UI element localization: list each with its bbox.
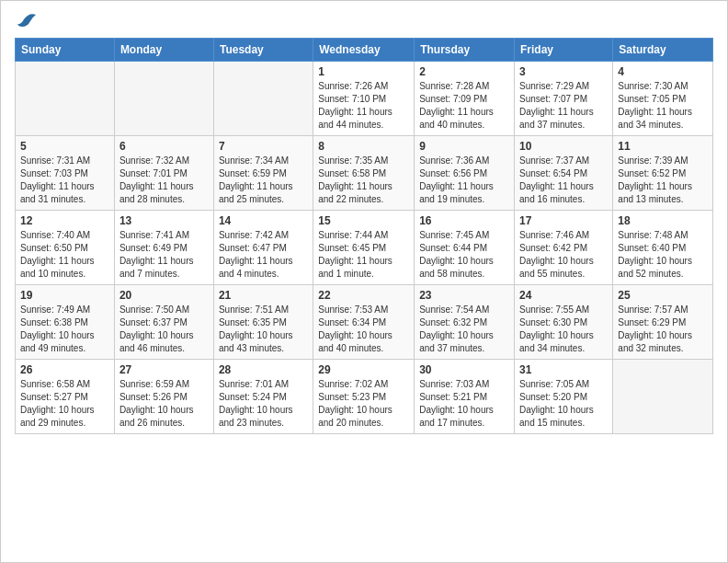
calendar-cell: 22Sunrise: 7:53 AM Sunset: 6:34 PM Dayli… [313,285,415,360]
logo-bird-icon [17,10,37,30]
day-number: 16 [419,214,509,227]
calendar-cell: 10Sunrise: 7:37 AM Sunset: 6:54 PM Dayli… [515,136,613,211]
day-info: Sunrise: 7:36 AM Sunset: 6:56 PM Dayligh… [419,155,509,206]
day-number: 29 [318,363,409,376]
day-number: 3 [519,65,608,78]
calendar-cell: 25Sunrise: 7:57 AM Sunset: 6:29 PM Dayli… [613,285,713,360]
day-number: 27 [119,363,209,376]
calendar-cell: 13Sunrise: 7:41 AM Sunset: 6:49 PM Dayli… [114,211,213,285]
calendar-cell: 27Sunrise: 6:59 AM Sunset: 5:26 PM Dayli… [114,360,213,434]
day-info: Sunrise: 7:46 AM Sunset: 6:42 PM Dayligh… [519,229,608,281]
day-info: Sunrise: 7:50 AM Sunset: 6:37 PM Dayligh… [119,304,209,355]
weekday-header: Friday [515,39,613,62]
calendar-week-row: 1Sunrise: 7:26 AM Sunset: 7:10 PM Daylig… [16,62,713,136]
calendar-week-row: 26Sunrise: 6:58 AM Sunset: 5:27 PM Dayli… [16,360,713,434]
calendar-cell: 18Sunrise: 7:48 AM Sunset: 6:40 PM Dayli… [613,211,713,285]
day-info: Sunrise: 7:26 AM Sunset: 7:10 PM Dayligh… [318,80,409,132]
day-info: Sunrise: 7:03 AM Sunset: 5:21 PM Dayligh… [419,378,509,430]
day-info: Sunrise: 7:28 AM Sunset: 7:09 PM Dayligh… [419,80,509,132]
day-info: Sunrise: 7:02 AM Sunset: 5:23 PM Dayligh… [318,378,409,430]
calendar-cell: 5Sunrise: 7:31 AM Sunset: 7:03 PM Daylig… [16,136,115,211]
day-number: 2 [419,65,509,78]
day-info: Sunrise: 7:49 AM Sunset: 6:38 PM Dayligh… [20,304,109,355]
day-info: Sunrise: 7:34 AM Sunset: 6:59 PM Dayligh… [219,155,308,206]
day-info: Sunrise: 7:30 AM Sunset: 7:05 PM Dayligh… [618,80,708,132]
weekday-header: Sunday [16,39,115,62]
calendar-cell [16,62,115,136]
day-info: Sunrise: 7:55 AM Sunset: 6:30 PM Dayligh… [519,304,608,355]
calendar-cell: 3Sunrise: 7:29 AM Sunset: 7:07 PM Daylig… [515,62,613,136]
day-info: Sunrise: 7:54 AM Sunset: 6:32 PM Dayligh… [419,304,509,355]
day-number: 17 [519,214,608,227]
day-info: Sunrise: 7:05 AM Sunset: 5:20 PM Dayligh… [519,378,608,430]
calendar-cell [114,62,213,136]
calendar-header-row: SundayMondayTuesdayWednesdayThursdayFrid… [16,39,713,62]
day-number: 18 [618,214,708,227]
day-info: Sunrise: 7:37 AM Sunset: 6:54 PM Dayligh… [519,155,608,206]
day-info: Sunrise: 7:48 AM Sunset: 6:40 PM Dayligh… [618,229,708,281]
day-number: 11 [618,140,708,153]
page: SundayMondayTuesdayWednesdayThursdayFrid… [0,0,728,563]
weekday-header: Thursday [415,39,515,62]
day-info: Sunrise: 7:44 AM Sunset: 6:45 PM Dayligh… [318,229,409,281]
calendar-cell: 12Sunrise: 7:40 AM Sunset: 6:50 PM Dayli… [16,211,115,285]
weekday-header: Wednesday [313,39,415,62]
day-info: Sunrise: 7:42 AM Sunset: 6:47 PM Dayligh… [219,229,308,281]
calendar-cell: 15Sunrise: 7:44 AM Sunset: 6:45 PM Dayli… [313,211,415,285]
calendar-cell: 14Sunrise: 7:42 AM Sunset: 6:47 PM Dayli… [213,211,313,285]
day-number: 30 [419,363,509,376]
calendar-cell: 29Sunrise: 7:02 AM Sunset: 5:23 PM Dayli… [313,360,415,434]
day-number: 8 [318,140,409,153]
weekday-header: Monday [114,39,213,62]
day-number: 12 [20,214,109,227]
day-info: Sunrise: 7:57 AM Sunset: 6:29 PM Dayligh… [618,304,708,355]
day-number: 7 [219,140,308,153]
day-number: 23 [419,289,509,302]
day-number: 24 [519,289,608,302]
calendar-cell: 8Sunrise: 7:35 AM Sunset: 6:58 PM Daylig… [313,136,415,211]
day-number: 4 [618,65,708,78]
day-number: 19 [20,289,109,302]
calendar-cell: 19Sunrise: 7:49 AM Sunset: 6:38 PM Dayli… [16,285,115,360]
day-info: Sunrise: 7:41 AM Sunset: 6:49 PM Dayligh… [119,229,209,281]
logo [15,10,37,30]
weekday-header: Tuesday [213,39,313,62]
day-number: 10 [519,140,608,153]
day-number: 25 [618,289,708,302]
day-number: 26 [20,363,109,376]
day-info: Sunrise: 6:58 AM Sunset: 5:27 PM Dayligh… [20,378,109,430]
calendar-cell: 24Sunrise: 7:55 AM Sunset: 6:30 PM Dayli… [515,285,613,360]
day-info: Sunrise: 7:53 AM Sunset: 6:34 PM Dayligh… [318,304,409,355]
day-info: Sunrise: 7:31 AM Sunset: 7:03 PM Dayligh… [20,155,109,206]
day-info: Sunrise: 7:32 AM Sunset: 7:01 PM Dayligh… [119,155,209,206]
calendar-cell: 16Sunrise: 7:45 AM Sunset: 6:44 PM Dayli… [415,211,515,285]
day-number: 1 [318,65,409,78]
day-info: Sunrise: 7:35 AM Sunset: 6:58 PM Dayligh… [318,155,409,206]
day-number: 31 [519,363,608,376]
calendar-cell: 11Sunrise: 7:39 AM Sunset: 6:52 PM Dayli… [613,136,713,211]
day-info: Sunrise: 7:29 AM Sunset: 7:07 PM Dayligh… [519,80,608,132]
calendar-cell: 1Sunrise: 7:26 AM Sunset: 7:10 PM Daylig… [313,62,415,136]
day-number: 13 [119,214,209,227]
day-info: Sunrise: 6:59 AM Sunset: 5:26 PM Dayligh… [119,378,209,430]
day-number: 14 [219,214,308,227]
day-number: 6 [119,140,209,153]
calendar-cell: 20Sunrise: 7:50 AM Sunset: 6:37 PM Dayli… [114,285,213,360]
day-info: Sunrise: 7:45 AM Sunset: 6:44 PM Dayligh… [419,229,509,281]
day-info: Sunrise: 7:40 AM Sunset: 6:50 PM Dayligh… [20,229,109,281]
calendar: SundayMondayTuesdayWednesdayThursdayFrid… [15,38,713,434]
day-info: Sunrise: 7:01 AM Sunset: 5:24 PM Dayligh… [219,378,308,430]
day-number: 5 [20,140,109,153]
calendar-week-row: 12Sunrise: 7:40 AM Sunset: 6:50 PM Dayli… [16,211,713,285]
calendar-cell: 4Sunrise: 7:30 AM Sunset: 7:05 PM Daylig… [613,62,713,136]
day-number: 9 [419,140,509,153]
day-info: Sunrise: 7:39 AM Sunset: 6:52 PM Dayligh… [618,155,708,206]
weekday-header: Saturday [613,39,713,62]
calendar-cell: 9Sunrise: 7:36 AM Sunset: 6:56 PM Daylig… [415,136,515,211]
calendar-cell: 31Sunrise: 7:05 AM Sunset: 5:20 PM Dayli… [515,360,613,434]
calendar-cell: 7Sunrise: 7:34 AM Sunset: 6:59 PM Daylig… [213,136,313,211]
calendar-cell: 30Sunrise: 7:03 AM Sunset: 5:21 PM Dayli… [415,360,515,434]
day-number: 22 [318,289,409,302]
calendar-cell: 23Sunrise: 7:54 AM Sunset: 6:32 PM Dayli… [415,285,515,360]
day-number: 28 [219,363,308,376]
